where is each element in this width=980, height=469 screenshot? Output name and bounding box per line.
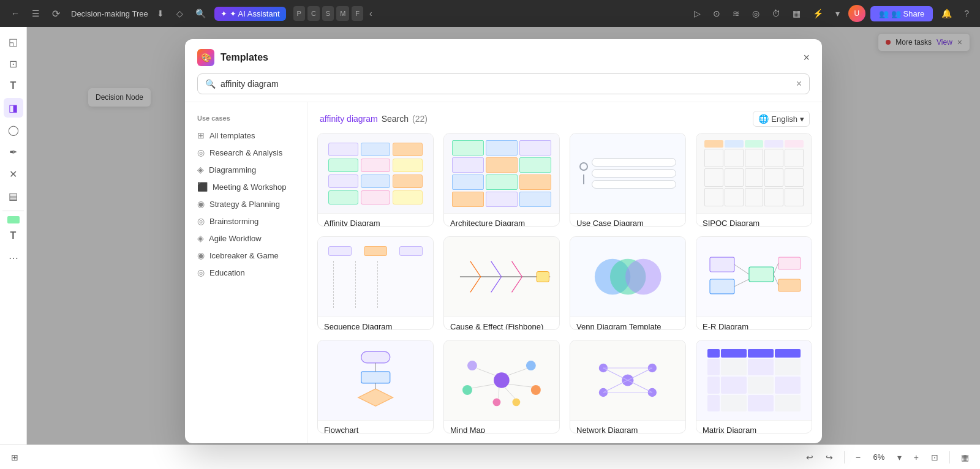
template-info-usecase: Use Case Diagram b fsd Free (570, 213, 685, 227)
breadcrumb-link[interactable]: affinity diagram (320, 114, 378, 124)
language-label: English (771, 114, 797, 124)
sidebar-sticky-tool[interactable]: ◨ (4, 98, 23, 118)
template-card-flow[interactable]: Flowchart b fsd Free (317, 340, 434, 433)
tab-3[interactable]: S (322, 6, 334, 21)
bottom-nav-icon[interactable]: ⊞ (7, 450, 22, 465)
sidebar-color-swatch-green[interactable] (7, 216, 20, 223)
template-card-sequence[interactable]: Sequence Diagram b fsd Free (317, 236, 434, 330)
expand-button[interactable]: ‹ (366, 6, 376, 21)
svg-line-44 (603, 368, 628, 380)
sidebar-frame-tool[interactable]: ⊡ (4, 54, 23, 73)
template-name-flow: Flowchart (324, 426, 427, 433)
sidebar-pen-tool[interactable]: ✒ (4, 142, 23, 162)
ai-assistant-button[interactable]: ✦ ✦ AI Assistant (214, 7, 286, 21)
download-button[interactable]: ⬇ (153, 6, 168, 21)
search-icon: 🔍 (205, 79, 216, 89)
sidebar-item-diagramming[interactable]: ◈ Diagramming (192, 161, 300, 178)
education-icon: ◎ (197, 268, 205, 277)
template-thumb-matrix (696, 340, 812, 420)
tab-1[interactable]: P (293, 6, 305, 21)
sidebar-item-icebreaker[interactable]: ◉ Icebreaker & Game (192, 247, 300, 264)
sidebar-item-research[interactable]: ◎ Research & Analysis (192, 144, 300, 161)
divider-2 (949, 451, 950, 463)
zoom-in-button[interactable]: + (910, 450, 922, 465)
tab-2[interactable]: C (307, 6, 320, 21)
sidebar-section-title: Use cases (192, 112, 300, 124)
template-name-venn: Venn Diagram Template (576, 322, 679, 330)
globe-icon: 🌐 (758, 114, 769, 124)
redo-button[interactable]: ↪ (822, 450, 837, 465)
icon-3[interactable]: ≋ (729, 6, 744, 21)
template-card-usecase[interactable]: Use Case Diagram b fsd Free (570, 133, 686, 227)
template-card-mindmap[interactable]: Mind Map b fsd Free (443, 340, 560, 433)
tag-button[interactable]: ◇ (173, 6, 187, 21)
icon-2[interactable]: ⊙ (709, 6, 724, 21)
sidebar-list-tool[interactable]: ▤ (4, 186, 23, 206)
brainstorming-icon: ◎ (197, 216, 205, 226)
language-selector[interactable]: 🌐 English ▾ (753, 111, 810, 127)
icon-5[interactable]: ⏱ (768, 6, 784, 21)
template-card-venn[interactable]: Venn Diagram Template b fsd Free (570, 236, 686, 330)
zoom-out-button[interactable]: − (852, 450, 864, 465)
sidebar-item-education[interactable]: ◎ Education (192, 264, 300, 281)
svg-rect-12 (710, 257, 734, 272)
icon-7[interactable]: ⚡ (809, 6, 827, 21)
tab-5[interactable]: F (352, 6, 363, 21)
modal-close-button[interactable]: × (803, 52, 810, 63)
template-card-matrix[interactable]: Matrix Diagram b fsd Free (696, 340, 812, 433)
venn-svg (582, 245, 674, 309)
share-button[interactable]: 👥 👥 Share (870, 6, 933, 21)
modal-title: Templates (221, 52, 268, 63)
svg-line-38 (505, 387, 516, 399)
undo-button[interactable]: ↩ (802, 450, 817, 465)
icon-8[interactable]: ▾ (832, 6, 843, 21)
help-button[interactable]: ? (960, 6, 973, 21)
modal-sidebar: Use cases ⊞ All templates ◎ Research & A… (185, 102, 307, 443)
template-card-affinity-diagram[interactable]: Affinity Diagram b fsd Free (317, 133, 434, 227)
sidebar-item-brainstorming[interactable]: ◎ Brainstorming (192, 212, 300, 230)
back-button[interactable]: ← (7, 6, 23, 21)
search-button[interactable]: 🔍 (192, 6, 209, 21)
language-arrow: ▾ (800, 114, 804, 124)
sidebar-more-tool[interactable]: ⋯ (4, 248, 23, 268)
icon-1[interactable]: ▷ (690, 6, 704, 21)
svg-rect-21 (361, 351, 390, 363)
sidebar-select-tool[interactable]: ◱ (4, 32, 23, 51)
template-card-network[interactable]: Network Diagram b fsd Free (570, 340, 686, 433)
icon-6[interactable]: ▦ (789, 6, 804, 21)
notification-button[interactable]: 🔔 (938, 6, 956, 21)
template-info-network: Network Diagram b fsd Free (570, 420, 685, 433)
sidebar-item-agile[interactable]: ◈ Agile Workflow (192, 230, 300, 247)
user-avatar[interactable]: U (848, 5, 865, 22)
search-clear-button[interactable]: × (796, 79, 802, 89)
svg-point-30 (531, 385, 541, 395)
sidebar-item-strategy[interactable]: ◉ Strategy & Planning (192, 195, 300, 212)
svg-rect-8 (537, 272, 549, 282)
sidebar-text-tool[interactable]: T (4, 76, 23, 96)
svg-rect-13 (710, 279, 734, 294)
templates-modal: 🎨 Templates × 🔍 × Use cases ⊞ All templa… (185, 39, 822, 443)
svg-rect-14 (749, 267, 774, 282)
fit-screen-button[interactable]: ⊡ (927, 450, 942, 465)
template-info-mindmap: Mind Map b fsd Free (444, 420, 559, 433)
template-card-er[interactable]: E-R Diagram b fsd Free (696, 236, 812, 330)
template-card-sipoc[interactable]: SIPOC Diagram b Boardmix Free (696, 133, 812, 227)
svg-line-4 (491, 261, 502, 277)
grid-button[interactable]: ▦ (957, 450, 973, 465)
search-input[interactable] (221, 79, 791, 89)
sidebar-item-all[interactable]: ⊞ All templates (192, 127, 300, 144)
search-breadcrumb: affinity diagram Search (22) (320, 114, 428, 124)
menu-button[interactable]: ☰ (28, 6, 43, 21)
icon-4[interactable]: ◎ (748, 6, 763, 21)
template-card-architecture[interactable]: Architecture Diagram b fsd Free (443, 133, 560, 227)
sidebar-shape-tool[interactable]: ◯ (4, 120, 23, 140)
sidebar-item-meeting[interactable]: ⬛ Meeting & Workshop (192, 178, 300, 195)
zoom-dropdown-button[interactable]: ▾ (894, 450, 905, 465)
svg-line-6 (512, 261, 522, 277)
sidebar-text-tool-2[interactable]: T (4, 226, 23, 246)
svg-rect-15 (778, 257, 801, 269)
sidebar-divider (2, 211, 23, 211)
template-card-fishbone[interactable]: Cause & Effect (Fishbone) Dia... b fsd F… (443, 236, 560, 330)
tab-4[interactable]: M (336, 6, 349, 21)
sidebar-connector-tool[interactable]: ✕ (4, 164, 23, 184)
